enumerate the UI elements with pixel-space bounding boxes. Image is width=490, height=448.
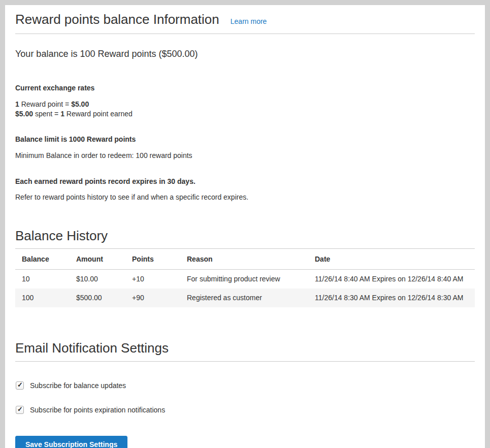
column-header-reason: Reason [180,249,308,270]
page-title: Reward points balance Information [15,12,219,27]
exchange-rate-line-2: $5.00 spent = 1 Reward point earned [15,109,475,119]
expiration-note: Refer to reward points history to see if… [15,193,475,202]
cell-points: +90 [125,289,180,307]
cell-date: 11/26/14 8:40 AM Expires on 12/26/14 8:4… [308,270,475,289]
minimum-redeem: Minimum Balance in order to redeem: 100 … [15,151,475,161]
cell-reason: For submitting product review [180,270,308,289]
learn-more-link[interactable]: Learn more [231,17,267,25]
cell-balance: 100 [15,289,70,307]
option-label: Subscribe for points expiration notifica… [30,405,165,415]
exchange-rates-heading: Current exchange rates [15,83,475,92]
table-header-row: Balance Amount Points Reason Date [15,249,475,270]
page-header: Reward points balance Information Learn … [15,12,475,34]
column-header-amount: Amount [70,249,125,270]
expiration-rule: Each earned reward points record expires… [15,177,475,186]
table-row: 10 $10.00 +10 For submitting product rev… [15,270,475,289]
balance-history-title: Balance History [15,229,475,249]
subscribe-balance-updates-option[interactable]: Subscribe for balance updates [15,380,126,391]
cell-amount: $500.00 [70,289,125,307]
balance-limit: Balance limit is 1000 Reward points [15,135,475,144]
subscribe-expiration-notifications-checkbox[interactable] [16,406,24,414]
cell-date: 11/26/14 8:30 AM Expires on 12/26/14 8:3… [308,289,475,307]
subscribe-expiration-notifications-option[interactable]: Subscribe for points expiration notifica… [15,405,165,415]
balance-summary: Your balance is 100 Reward points ($500.… [15,48,475,60]
cell-balance: 10 [15,270,70,289]
column-header-date: Date [308,249,475,270]
cell-points: +10 [125,270,180,289]
column-header-balance: Balance [15,249,70,270]
save-subscription-settings-button[interactable]: Save Subscription Settings [15,436,127,448]
table-row: 100 $500.00 +90 Registered as customer 1… [15,289,475,307]
exchange-rates-lines: 1 Reward point = $5.00 $5.00 spent = 1 R… [15,100,475,119]
exchange-rate-line-1: 1 Reward point = $5.00 [15,100,475,109]
subscribe-balance-updates-checkbox[interactable] [16,381,24,390]
column-header-points: Points [125,249,180,270]
option-label: Subscribe for balance updates [30,380,126,391]
balance-history-table: Balance Amount Points Reason Date 10 $10… [15,249,475,307]
email-settings-title: Email Notification Settings [15,341,475,362]
cell-reason: Registered as customer [180,289,308,307]
cell-amount: $10.00 [70,270,125,289]
reward-points-card: Reward points balance Information Learn … [5,5,485,448]
